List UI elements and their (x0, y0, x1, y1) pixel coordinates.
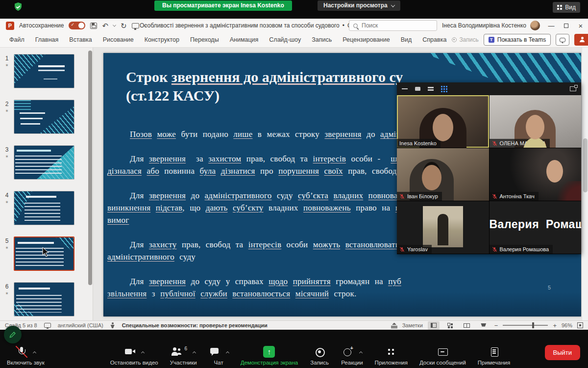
video-tile[interactable]: ОЛЕНА МАРКОВА (490, 95, 582, 148)
chevron-up-icon[interactable] (226, 351, 229, 354)
toolbar-button-icon-row (16, 346, 36, 358)
show-in-teams-button[interactable]: T Показать в Teams (484, 34, 551, 46)
strip-view-icon[interactable] (428, 87, 434, 88)
view-sorter-button[interactable] (444, 321, 456, 330)
popout-icon[interactable] (570, 86, 576, 91)
toolbar-button-icon-row (314, 346, 325, 358)
ribbon-tab[interactable]: Анимация (224, 32, 264, 48)
undo-dropdown-icon[interactable] (113, 23, 116, 26)
redo-icon[interactable]: ↻ (121, 22, 127, 29)
minimize-videos-icon[interactable] (402, 88, 408, 89)
slide-thumbnail[interactable] (14, 145, 74, 180)
maximize-button[interactable] (559, 19, 573, 32)
video-tile[interactable]: Валерия Ромаш... Валерия Ромашова (490, 201, 582, 254)
display-settings-icon[interactable] (44, 323, 51, 328)
accessibility-status[interactable]: Специальные возможности: проверьте реком… (122, 322, 268, 328)
chevron-up-icon[interactable] (33, 351, 36, 354)
minimize-button[interactable]: — (544, 19, 559, 32)
view-reading-button[interactable] (461, 321, 473, 330)
fit-slide-icon[interactable] (577, 322, 583, 328)
slide-thumbnail[interactable] (14, 100, 74, 134)
user-avatar[interactable] (530, 21, 540, 30)
ribbon-tab[interactable]: Главная (30, 32, 64, 48)
chevron-up-icon[interactable] (193, 351, 196, 354)
toolbar-button[interactable]: Примечания (478, 346, 510, 366)
slide-thumbnail[interactable] (14, 282, 74, 316)
chevron-up-icon[interactable] (141, 351, 145, 354)
title-bar: P Автосохранение ↶ ↻ Особливості звернен… (0, 19, 588, 32)
toolbar-button[interactable]: Включить звук (7, 346, 45, 366)
ribbon-tab[interactable]: Справка (417, 32, 452, 48)
zoom-slider-thumb[interactable] (532, 322, 534, 328)
video-tile[interactable]: Іван Білокур (397, 148, 489, 201)
speaker-view-icon[interactable] (415, 87, 420, 91)
ribbon-tab[interactable]: Рисование (98, 32, 139, 48)
document-title[interactable]: Особливості звернення з адміністративним… (140, 19, 383, 32)
chevron-up-icon[interactable] (359, 351, 363, 354)
ribbon-tab[interactable]: Вставка (64, 32, 97, 48)
editor-scrollbar[interactable] (582, 48, 588, 320)
toolbar-button[interactable]: Демонстрация экрана (241, 346, 298, 366)
language-status[interactable]: английский (США) (58, 322, 103, 328)
ribbon-tab[interactable]: Запись (306, 32, 337, 48)
view-button[interactable]: Вид (553, 2, 580, 13)
toolbar-button[interactable]: Запись (310, 346, 329, 366)
slide-thumbnail[interactable] (14, 191, 74, 225)
thumbnail-scrollbar[interactable] (88, 51, 92, 285)
toolbar-button[interactable]: Приложения (375, 346, 408, 366)
video-tile[interactable]: Yaroslav (397, 201, 489, 254)
zoom-slider[interactable] (503, 325, 548, 326)
view-settings-button[interactable]: Настройки просмотра (318, 0, 400, 11)
record-button[interactable]: Запись (452, 36, 478, 43)
editor-scrollbar-thumb[interactable] (583, 138, 588, 192)
ribbon-tab[interactable]: Конструктор (139, 32, 185, 48)
zoom-in-button[interactable]: + (553, 322, 557, 329)
zoom-out-button[interactable]: − (494, 322, 498, 329)
share-button[interactable]: Общий доступ (574, 34, 588, 46)
security-shield-icon[interactable] (13, 1, 24, 12)
slide-thumbnail[interactable] (14, 54, 74, 88)
slideshow-icon[interactable] (132, 23, 139, 28)
undo-icon[interactable]: ↶ (102, 22, 108, 29)
muted-mic-icon (399, 194, 405, 199)
toolbar-button[interactable]: Чат (209, 346, 229, 366)
slide-text-line: Для захисту прав, свобод та інтересів ос… (107, 238, 421, 251)
toolbar-button[interactable]: Доски сообщений (419, 346, 466, 366)
search-input[interactable] (361, 22, 424, 29)
autosave-toggle[interactable] (69, 22, 85, 29)
comment-icon (560, 38, 565, 42)
close-button[interactable]: × (573, 19, 588, 32)
ribbon-tab[interactable]: Вид (395, 32, 417, 48)
toolbar-button-label: Реакции (341, 360, 363, 366)
video-tile[interactable]: Inesa Kostenko (397, 95, 489, 148)
view-slideshow-button[interactable] (478, 321, 490, 330)
zoom-percentage[interactable]: 96% (562, 322, 572, 328)
toolbar-button-label: Включить звук (7, 360, 45, 366)
toolbar-button[interactable]: 6 Участники (170, 346, 197, 366)
gallery-view-icon[interactable] (441, 86, 447, 92)
slide-text-line: адміністративного суду (107, 251, 421, 263)
powerpoint-logo-icon[interactable]: P (6, 22, 14, 30)
status-bar: Слайд 5 из 8 английский (США) Специальны… (0, 320, 588, 330)
autosave-label: Автосохранение (19, 22, 64, 29)
view-normal-button[interactable] (428, 321, 440, 330)
slide-thumbnail[interactable] (14, 237, 74, 271)
toolbar-button[interactable]: Остановить видео (110, 346, 158, 366)
thumbnail-gutter: 2 ✶ (0, 100, 14, 134)
save-icon[interactable] (90, 23, 97, 29)
notes-toggle[interactable]: Заметки (402, 322, 423, 328)
slide-text-line: Для звернення за захистом прав, свобод т… (107, 153, 421, 165)
ribbon-tab[interactable]: Слайд-шоу (264, 32, 306, 48)
leave-meeting-button[interactable]: Выйти (545, 345, 581, 360)
video-tile[interactable]: Антоніна Ткач (490, 148, 582, 201)
account-area[interactable]: Інеса Володимирівна Костенко (442, 19, 540, 32)
ribbon-tab[interactable]: Рецензирование (337, 32, 395, 48)
comments-button[interactable] (556, 34, 569, 46)
apps-icon (385, 346, 397, 358)
slide-thumbnail-row: 2 ✶ (0, 100, 93, 134)
ribbon-tab[interactable]: Переходы (185, 32, 224, 48)
ribbon-tab[interactable]: Файл (4, 32, 30, 48)
annotation-pencil-button[interactable] (4, 326, 22, 343)
search-box[interactable] (349, 20, 437, 31)
toolbar-button[interactable]: Реакции (341, 346, 363, 366)
